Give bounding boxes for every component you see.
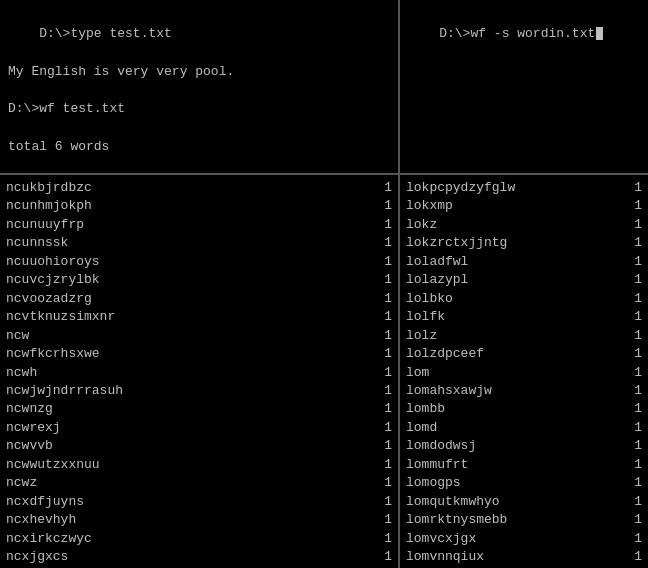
word-count: 1 [622, 437, 642, 455]
word-label: ncukbjrdbzc [6, 179, 362, 197]
word-count: 1 [372, 419, 392, 437]
list-item: lomvnnqiux1 [406, 548, 642, 566]
word-label: lolazypl [406, 271, 612, 289]
list-item: lokzrctxjjntg1 [406, 234, 642, 252]
word-count: 1 [622, 197, 642, 215]
word-label: ncwvvb [6, 437, 362, 455]
word-count: 1 [622, 474, 642, 492]
list-item: ncwvvb1 [6, 437, 392, 455]
word-label: lomdodwsj [406, 437, 612, 455]
word-label: ncwnzg [6, 400, 362, 418]
word-label: ncw [6, 327, 362, 345]
word-count: 1 [372, 327, 392, 345]
list-item: ncunnssk1 [6, 234, 392, 252]
word-count: 1 [372, 493, 392, 511]
list-item: lomogps1 [406, 474, 642, 492]
word-count: 1 [622, 253, 642, 271]
word-count: 1 [622, 234, 642, 252]
word-count: 1 [372, 437, 392, 455]
word-label: lokxmp [406, 197, 612, 215]
list-item: ncwjwjndrrrasuh1 [6, 382, 392, 400]
word-label: lolzdpceef [406, 345, 612, 363]
top-right-prompt: D:\>wf -s wordin.txt [439, 26, 595, 41]
word-count: 1 [622, 511, 642, 529]
word-count: 1 [372, 364, 392, 382]
top-right-terminal: D:\>wf -s wordin.txt [400, 0, 648, 173]
list-item: lomd1 [406, 419, 642, 437]
word-label: lomqutkmwhyo [406, 493, 612, 511]
list-item: ncvoozadzrg1 [6, 290, 392, 308]
top-left-line-3: D:\>wf test.txt [8, 101, 125, 116]
word-count: 1 [372, 474, 392, 492]
word-count: 1 [372, 530, 392, 548]
word-label: loladfwl [406, 253, 612, 271]
list-item: lomdodwsj1 [406, 437, 642, 455]
word-label: ncxirkczwyc [6, 530, 362, 548]
word-count: 1 [622, 400, 642, 418]
word-label: ncwjwjndrrrasuh [6, 382, 362, 400]
word-count: 1 [622, 308, 642, 326]
word-count: 1 [372, 234, 392, 252]
list-item: ncw1 [6, 327, 392, 345]
word-label: lomogps [406, 474, 612, 492]
word-count: 1 [372, 548, 392, 566]
word-label: lokz [406, 216, 612, 234]
list-item: lolfk1 [406, 308, 642, 326]
word-label: lolbko [406, 290, 612, 308]
list-item: lolbko1 [406, 290, 642, 308]
word-label: lokzrctxjjntg [406, 234, 612, 252]
top-left-line-4: total 6 words [8, 139, 109, 154]
bottom-right-word-list: lokpcpydzyfglw1lokxmp1lokz1lokzrctxjjntg… [400, 175, 648, 568]
list-item: lomrktnysmebb1 [406, 511, 642, 529]
word-label: lolfk [406, 308, 612, 326]
cursor-blink [596, 27, 603, 40]
word-count: 1 [622, 290, 642, 308]
word-label: ncunhmjokph [6, 197, 362, 215]
list-item: lomahsxawjw1 [406, 382, 642, 400]
list-item: lokxmp1 [406, 197, 642, 215]
list-item: ncwrexj1 [6, 419, 392, 437]
list-item: ncwz1 [6, 474, 392, 492]
list-item: ncwfkcrhsxwe1 [6, 345, 392, 363]
word-count: 1 [622, 493, 642, 511]
word-label: lomvnnqiux [406, 548, 612, 566]
word-count: 1 [622, 216, 642, 234]
word-count: 1 [622, 327, 642, 345]
list-item: ncwwutzxxnuu1 [6, 456, 392, 474]
word-count: 1 [372, 511, 392, 529]
word-label: ncwz [6, 474, 362, 492]
word-label: ncwh [6, 364, 362, 382]
word-label: ncunuuyfrp [6, 216, 362, 234]
word-label: ncuvcjzrylbk [6, 271, 362, 289]
word-count: 1 [622, 345, 642, 363]
list-item: ncxirkczwyc1 [6, 530, 392, 548]
word-count: 1 [622, 179, 642, 197]
list-item: ncuvcjzrylbk1 [6, 271, 392, 289]
word-label: lom [406, 364, 612, 382]
list-item: lomqutkmwhyo1 [406, 493, 642, 511]
word-label: lomd [406, 419, 612, 437]
word-label: ncwwutzxxnuu [6, 456, 362, 474]
list-item: ncunhmjokph1 [6, 197, 392, 215]
word-label: lombb [406, 400, 612, 418]
word-count: 1 [372, 216, 392, 234]
top-left-line-1: D:\>type test.txt [39, 26, 172, 41]
word-label: lomahsxawjw [406, 382, 612, 400]
word-count: 1 [372, 179, 392, 197]
word-count: 1 [372, 345, 392, 363]
word-count: 1 [622, 530, 642, 548]
word-count: 1 [372, 253, 392, 271]
word-label: lommufrt [406, 456, 612, 474]
word-count: 1 [372, 308, 392, 326]
word-count: 1 [372, 456, 392, 474]
list-item: ncwnzg1 [6, 400, 392, 418]
list-item: lolzdpceef1 [406, 345, 642, 363]
list-item: ncuuohioroys1 [6, 253, 392, 271]
bottom-left-word-list: ncukbjrdbzc1ncunhmjokph1ncunuuyfrp1ncunn… [0, 175, 400, 568]
word-label: ncvoozadzrg [6, 290, 362, 308]
list-item: lom1 [406, 364, 642, 382]
list-item: loladfwl1 [406, 253, 642, 271]
list-item: ncunuuyfrp1 [6, 216, 392, 234]
word-count: 1 [372, 400, 392, 418]
top-left-terminal: D:\>type test.txt My English is very ver… [0, 0, 400, 173]
